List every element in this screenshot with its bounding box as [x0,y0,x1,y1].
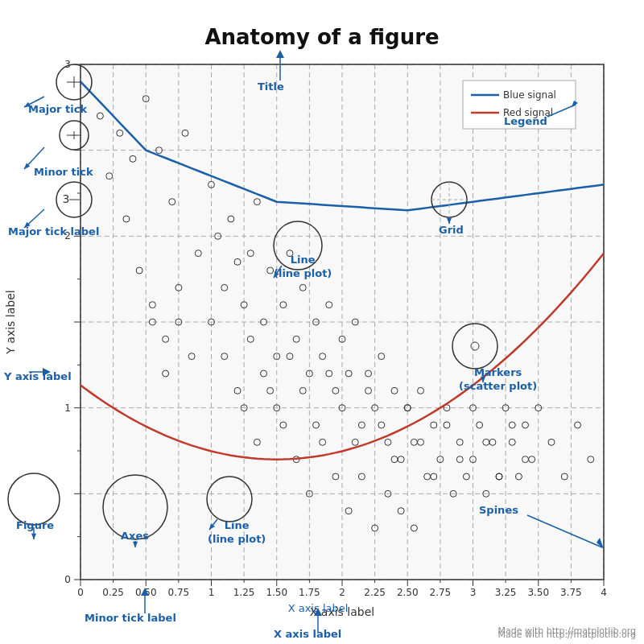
watermark: Made with http://matplotlib.org [498,625,637,636]
main-container: Title Major tick Minor tick Major tick l… [0,0,644,644]
